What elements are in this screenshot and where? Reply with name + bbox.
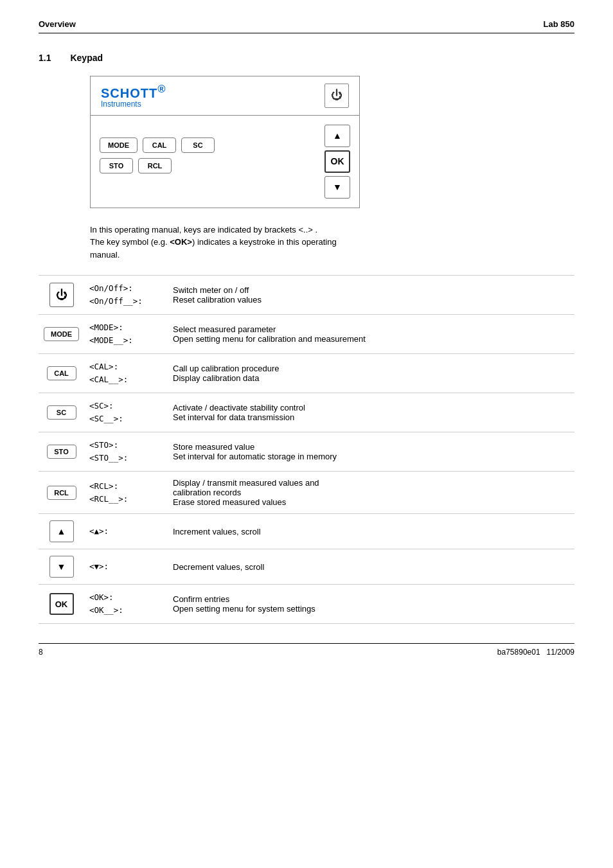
schott-brand: SCHOTT® Instruments [101, 83, 166, 109]
section-number: 1.1 [39, 53, 51, 63]
desc-arrowup: Increment values, scroll [173, 527, 569, 536]
sc-icon: SC [47, 405, 76, 420]
desc-arrowdown: Decrement values, scroll [173, 562, 569, 572]
header-left: Overview [39, 19, 76, 29]
icon-cell-sto: STO [39, 432, 84, 472]
desc-cal1: Call up calibration procedure [173, 364, 569, 373]
desc-power1: Switch meter on / off [173, 285, 569, 295]
page-header: Overview Lab 850 [39, 19, 574, 33]
icon-cell-cal: CAL [39, 354, 84, 393]
keys-cell-power: <On/Off>: <On/Off__>: [84, 276, 168, 315]
cal-key-diagram: CAL [143, 137, 176, 153]
keys-cell-arrow-up: <▲>: [84, 514, 168, 549]
keypad-right-keys: ▲ OK ▼ [324, 123, 350, 199]
ok-icon: OK [49, 593, 74, 615]
arrow-up-key-diagram: ▲ [324, 125, 350, 147]
table-row: OK <OK>: <OK__>: Confirm entries Open se… [39, 585, 574, 624]
icon-cell-mode: MODE [39, 315, 84, 354]
keypad-top-bar: SCHOTT® Instruments ⏻ [91, 76, 359, 116]
rcl-icon: RCL [47, 486, 76, 500]
table-row: ▲ <▲>: Increment values, scroll [39, 514, 574, 549]
icon-cell-ok: OK [39, 585, 84, 624]
icon-cell-sc: SC [39, 393, 84, 432]
section-name: Keypad [70, 53, 103, 63]
desc-sc1: Activate / deactivate stability control [173, 403, 569, 412]
mode-icon: MODE [44, 327, 79, 341]
desc-sc2: Set interval for data transmission [173, 412, 569, 422]
table-row: SC <SC>: <SC__>: Activate / deactivate s… [39, 393, 574, 432]
key-label-ok2: <OK__>: [89, 604, 163, 617]
desc-cell-mode: Select measured parameter Open setting m… [168, 315, 574, 354]
keypad-body: MODE CAL SC STO RCL ▲ OK ▼ [91, 116, 359, 208]
mode-key-diagram: MODE [100, 137, 138, 153]
key-label-power1: <On/Off>: [89, 282, 163, 295]
key-label-rcl1: <RCL>: [89, 480, 163, 493]
table-row: ▼ <▼>: Decrement values, scroll [39, 549, 574, 585]
key-reference-table: ⏻ <On/Off>: <On/Off__>: Switch meter on … [39, 275, 574, 624]
keys-cell-mode: <MODE>: <MODE__>: [84, 315, 168, 354]
key-label-sto1: <STO>: [89, 439, 163, 452]
keys-cell-ok: <OK>: <OK__>: [84, 585, 168, 624]
sto-key-diagram: STO [100, 158, 133, 173]
keys-cell-arrow-down: <▼>: [84, 549, 168, 585]
desc-cell-arrow-down: Decrement values, scroll [168, 549, 574, 585]
arrow-down-icon: ▼ [49, 556, 74, 578]
cal-icon: CAL [47, 366, 76, 380]
footer-page: 8 [39, 648, 43, 657]
desc-ok1: Confirm entries [173, 594, 569, 604]
power-icon: ⏻ [49, 283, 74, 307]
key-label-sto2: <STO__>: [89, 452, 163, 465]
key-label-mode1: <MODE>: [89, 321, 163, 334]
keys-cell-sc: <SC>: <SC__>: [84, 393, 168, 432]
icon-cell-rcl: RCL [39, 472, 84, 514]
icon-cell-arrow-up: ▲ [39, 514, 84, 549]
desc-cell-cal: Call up calibration procedure Display ca… [168, 354, 574, 393]
key-label-sc1: <SC>: [89, 400, 163, 412]
table-row: CAL <CAL>: <CAL__>: Call up calibration … [39, 354, 574, 393]
sto-icon: STO [47, 445, 76, 459]
desc-rcl1: Display / transmit measured values and [173, 478, 569, 488]
arrow-up-icon: ▲ [49, 520, 74, 542]
desc-cell-arrow-up: Increment values, scroll [168, 514, 574, 549]
desc-ok2: Open setting menu for system settings [173, 604, 569, 614]
key-label-sc2: <SC__>: [89, 412, 163, 425]
key-label-mode2: <MODE__>: [89, 334, 163, 347]
keys-cell-cal: <CAL>: <CAL__>: [84, 354, 168, 393]
table-row: ⏻ <On/Off>: <On/Off__>: Switch meter on … [39, 276, 574, 315]
power-button-diagram: ⏻ [324, 84, 349, 108]
desc-cell-rcl: Display / transmit measured values and c… [168, 472, 574, 514]
desc-cell-sto: Store measured value Set interval for au… [168, 432, 574, 472]
arrow-down-key-diagram: ▼ [324, 176, 350, 199]
key-label-arrowup: <▲>: [89, 525, 163, 538]
rcl-key-diagram: RCL [138, 158, 172, 173]
keypad-diagram: SCHOTT® Instruments ⏻ MODE CAL SC STO RC… [90, 76, 360, 208]
keypad-left-keys: MODE CAL SC STO RCL [100, 123, 317, 173]
key-label-ok1: <OK>: [89, 591, 163, 604]
desc-cell-ok: Confirm entries Open setting menu for sy… [168, 585, 574, 624]
icon-cell-power: ⏻ [39, 276, 84, 315]
desc-mode1: Select measured parameter [173, 324, 569, 334]
desc-power2: Reset calibration values [173, 295, 569, 305]
desc-rcl2: calibration records [173, 488, 569, 497]
desc-line-1: In this operating manual, keys are indic… [90, 224, 574, 236]
keypad-row-1: MODE CAL SC [100, 137, 317, 153]
description-block: In this operating manual, keys are indic… [90, 224, 574, 261]
key-label-rcl2: <RCL__>: [89, 493, 163, 506]
header-right: Lab 850 [544, 19, 574, 29]
desc-cell-sc: Activate / deactivate stability control … [168, 393, 574, 432]
desc-sto1: Store measured value [173, 442, 569, 452]
key-label-cal1: <CAL>: [89, 360, 163, 373]
table-row: RCL <RCL>: <RCL__>: Display / transmit m… [39, 472, 574, 514]
desc-line-2: The key symbol (e.g. <OK>) indicates a k… [90, 236, 574, 249]
schott-instruments: Instruments [101, 100, 166, 109]
icon-cell-arrow-down: ▼ [39, 549, 84, 585]
key-label-arrowdown: <▼>: [89, 560, 163, 573]
desc-sto2: Set interval for automatic storage in me… [173, 452, 569, 461]
sc-key-diagram: SC [181, 137, 215, 153]
table-row: MODE <MODE>: <MODE__>: Select measured p… [39, 315, 574, 354]
keypad-row-2: STO RCL [100, 158, 317, 173]
table-row: STO <STO>: <STO__>: Store measured value… [39, 432, 574, 472]
footer-docinfo: ba75890e01 11/2009 [497, 648, 574, 657]
page-footer: 8 ba75890e01 11/2009 [39, 643, 574, 657]
ok-key-diagram: OK [324, 150, 350, 173]
